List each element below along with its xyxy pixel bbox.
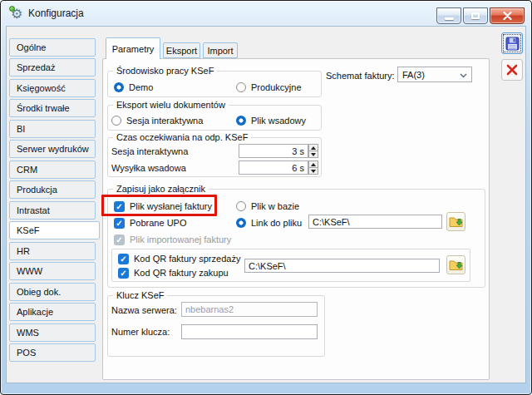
interactive-timeout-field[interactable] [239, 144, 308, 158]
cancel-button[interactable] [501, 59, 523, 81]
radio-label: Link do pliku [251, 218, 302, 228]
server-name-field [181, 302, 318, 317]
arrow-down-icon [311, 170, 316, 173]
radio-off-icon [111, 116, 121, 126]
checkbox-label: Kod QR faktury zakupu [134, 268, 229, 278]
link-path-field[interactable] [308, 215, 442, 229]
checkbox-label: Kod QR faktury sprzedaży [134, 254, 240, 264]
browse-folder-button[interactable] [446, 212, 466, 231]
radio-off-icon [236, 82, 246, 92]
radio-on-icon [236, 116, 246, 126]
app-gear-icon: ⚙ [9, 5, 26, 22]
config-window: ⚙ Konfiguracja Ogólne Sprzedaż Księgowoś… [0, 0, 532, 395]
spin-down-button[interactable] [308, 151, 318, 158]
close-icon [503, 12, 512, 20]
annotation-highlight-box [101, 195, 217, 216]
tab-import[interactable]: Import [203, 42, 238, 58]
save-floppy-icon [505, 37, 520, 51]
arrow-down-icon [311, 153, 316, 156]
checkbox-checked-icon: ✓ [118, 268, 129, 279]
radio-label: Produkcyjne [251, 82, 302, 92]
sidebar-item-ksiegowosc[interactable]: Księgowość [9, 79, 96, 97]
group-title: Środowisko pracy KSeF [113, 66, 217, 77]
radio-on-icon [114, 82, 124, 92]
close-button[interactable] [490, 7, 525, 24]
wait-row-label: Wysyłka wsadowa [111, 163, 186, 173]
checkbox-label: Pobrane UPO [130, 218, 186, 228]
browse-folder-button[interactable] [446, 255, 466, 274]
maximize-button[interactable] [463, 7, 488, 24]
schema-label: Schemat faktury: [326, 71, 395, 81]
save-button[interactable] [501, 32, 523, 54]
sidebar-item-hr[interactable]: HR [9, 242, 96, 260]
sidebar-item-intrastat[interactable]: Intrastat [9, 201, 96, 220]
tab-eksport[interactable]: Eksport [163, 42, 200, 58]
arrow-up-icon [311, 146, 316, 150]
wait-row-label: Sesja interaktywna [111, 146, 188, 156]
spin-up-button[interactable] [308, 144, 318, 151]
group-title: Zapisuj jako załącznik [113, 184, 209, 195]
chevron-down-icon [460, 70, 467, 80]
checkbox-kod-qr-sprzedazy[interactable]: ✓ Kod QR faktury sprzedaży [118, 253, 240, 264]
folder-download-icon [449, 215, 463, 228]
group-title: Klucz KSeF [113, 290, 167, 301]
sidebar-item-produkcja[interactable]: Produkcja [9, 180, 96, 199]
server-name-label: Nazwa serwera: [111, 305, 177, 315]
radio-label: Plik w bazie [251, 201, 299, 211]
checkbox-kod-qr-zakupu[interactable]: ✓ Kod QR faktury zakupu [118, 267, 229, 279]
spin-down-button[interactable] [308, 168, 318, 175]
radio-off-icon [236, 201, 246, 211]
sidebar-item-wms[interactable]: WMS [9, 323, 96, 342]
checkbox-plik-importowanej-faktury: ✓ Plik importowanej faktury [114, 234, 231, 245]
sidebar-item-obieg-dok[interactable]: Obieg dok. [9, 283, 96, 301]
sidebar-item-ogolne[interactable]: Ogólne [9, 38, 96, 57]
radio-label: Demo [129, 82, 153, 92]
schema-value: FA(3) [402, 70, 425, 80]
sidebar-item-srodki-trwale[interactable]: Środki trwałe [9, 99, 96, 117]
sidebar-item-aplikacje[interactable]: Aplikacje [9, 303, 96, 321]
sidebar-item-sprzedaz[interactable]: Sprzedaż [9, 58, 96, 77]
batch-timeout-field[interactable] [239, 160, 308, 175]
checkbox-checked-icon: ✓ [114, 218, 125, 229]
sidebar-item-pos[interactable]: POS [9, 343, 96, 362]
group-title: Eksport wielu dokumentów [113, 100, 229, 111]
checkbox-checked-icon: ✓ [118, 254, 129, 264]
sidebar-item-www[interactable]: WWW [9, 262, 96, 280]
checkbox-label: Plik importowanej faktury [130, 235, 231, 244]
radio-produkcyjne[interactable]: Produkcyjne [236, 81, 302, 93]
radio-plik-wsadowy[interactable]: Plik wsadowy [236, 115, 306, 126]
radio-label: Plik wsadowy [251, 116, 306, 126]
qr-path-field[interactable] [244, 259, 440, 273]
spin-up-button[interactable] [308, 160, 318, 168]
folder-download-icon [449, 259, 463, 271]
radio-demo[interactable]: Demo [114, 81, 153, 93]
minimize-button[interactable] [436, 7, 461, 24]
checkbox-pobrane-upo[interactable]: ✓ Pobrane UPO [114, 217, 186, 229]
radio-plik-w-bazie[interactable]: Plik w bazie [236, 200, 299, 212]
radio-sesja-interaktywna[interactable]: Sesja interaktywna [111, 115, 203, 126]
batch-timeout-spinner [308, 160, 318, 175]
schema-dropdown[interactable]: FA(3) [397, 67, 472, 82]
cancel-x-icon [505, 63, 519, 77]
arrow-up-icon [311, 163, 316, 166]
radio-on-icon [236, 218, 246, 228]
sidebar-item-ksef[interactable]: KSeF [9, 221, 100, 239]
key-number-label: Numer klucza: [111, 327, 170, 337]
key-number-field[interactable] [181, 324, 318, 339]
interactive-timeout-spinner [308, 144, 318, 158]
radio-link-do-pliku[interactable]: Link do pliku [236, 217, 302, 229]
sidebar-item-bi[interactable]: BI [9, 120, 96, 138]
sidebar-item-crm[interactable]: CRM [9, 160, 96, 179]
group-title: Czas oczekiwania na odp. KSeF [113, 132, 251, 143]
maximize-icon [471, 12, 480, 19]
radio-label: Sesja interaktywna [126, 116, 203, 126]
tab-parametry[interactable]: Parametry [106, 37, 160, 59]
window-title: Konfiguracja [28, 7, 84, 19]
sidebar-item-serwer-wydrukow[interactable]: Serwer wydruków [9, 140, 96, 158]
checkbox-checked-disabled-icon: ✓ [114, 235, 125, 245]
minimize-icon [445, 17, 454, 20]
